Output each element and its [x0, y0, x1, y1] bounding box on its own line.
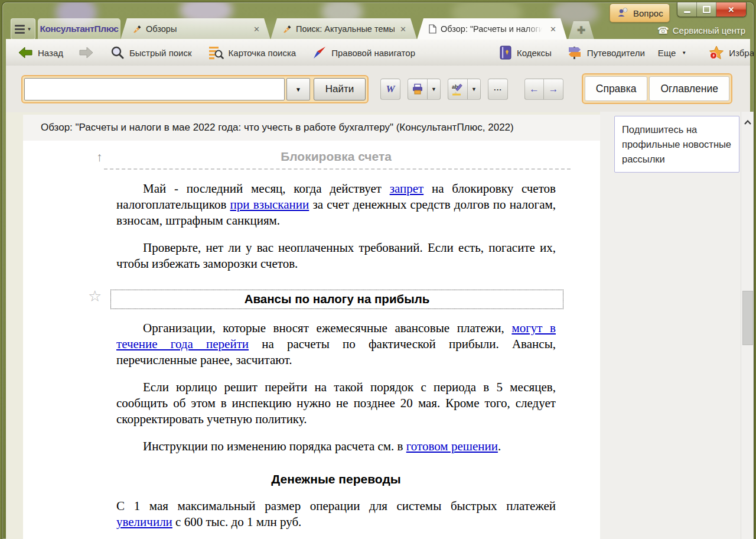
favorites-star-icon [709, 46, 724, 60]
back-label: Назад [38, 48, 63, 58]
favorites-button[interactable]: Избранное ▼ [705, 43, 754, 62]
print-button[interactable] [408, 79, 428, 100]
service-center-label: Сервисный центр [673, 25, 745, 35]
brand-logo[interactable]: КонсультантПлюс [38, 18, 120, 40]
maximize-button[interactable] [697, 2, 716, 17]
person-question-icon [616, 7, 629, 19]
bookmark-star-icon[interactable]: ☆ [88, 288, 102, 304]
subscribe-text: Подпишитесь на профильные новостные расс… [622, 124, 731, 164]
new-tab-button[interactable]: ✚ [568, 21, 594, 40]
inline-link[interactable]: запрет [390, 181, 424, 196]
text-run: . [498, 439, 501, 453]
search-card-label: Карточка поиска [229, 48, 296, 58]
question-button[interactable]: Вопрос [610, 4, 670, 22]
paragraph: Инструкции по изменению порядка расчета … [116, 439, 556, 454]
print-dropdown[interactable]: ▼ [428, 79, 441, 100]
legal-navigator-button[interactable]: Правовой навигатор [309, 43, 419, 62]
inline-link[interactable]: при взыскании [230, 197, 309, 212]
minimize-button[interactable] [677, 2, 697, 17]
main-toolbar: Назад Быстрый поиск [6, 39, 750, 66]
inline-link[interactable]: увеличили [116, 515, 172, 529]
highlighter-button[interactable]: ab [448, 79, 468, 100]
codes-label: Кодексы [517, 48, 552, 58]
subscribe-banner[interactable]: Подпишитесь на профильные новостные расс… [614, 116, 739, 173]
quick-search-button[interactable]: Быстрый поиск [107, 43, 195, 62]
tab-strip: ▼ КонсультантПлюс Обзоры ✕ [11, 18, 594, 40]
forward-button[interactable] [75, 44, 97, 61]
tab-close-icon[interactable]: ✕ [252, 25, 261, 34]
tab-close-icon[interactable]: ✕ [399, 25, 408, 34]
document-tools: W ▼ [380, 79, 563, 100]
signpost-icon [567, 46, 582, 60]
search-card-button[interactable]: Карточка поиска [205, 43, 300, 62]
document-title: Обзор: "Расчеты и налоги в мае 2022 года… [41, 122, 514, 134]
text-run: С 1 мая максимальный размер операции для… [116, 499, 556, 513]
text-run: Май - последний месяц, когда действует [143, 181, 390, 196]
text-run: Организации, которые вносят ежемесячные … [143, 321, 511, 335]
paragraph: Если юрлицо решит перейти на такой поряд… [116, 379, 556, 427]
compass-needle-icon [312, 46, 327, 60]
ellipsis-icon: ... [494, 83, 502, 92]
export-word-button[interactable]: W [380, 79, 400, 100]
scroll-to-top-icon[interactable]: ↑ [96, 149, 103, 165]
guides-label: Путеводители [587, 48, 645, 58]
phone-icon: ☎ [657, 25, 669, 36]
tab-close-icon[interactable]: ✕ [549, 25, 558, 34]
paragraph: С 1 мая максимальный размер операции для… [116, 498, 556, 530]
forward-arrow-icon [79, 46, 94, 59]
scrollbar-up-button[interactable] [741, 116, 754, 128]
section-separator [104, 168, 571, 170]
tab-obzory[interactable]: Обзоры ✕ [120, 18, 271, 40]
highlighter-icon: ab [451, 83, 464, 96]
next-fragment-button[interactable]: → [544, 79, 563, 100]
tab-poisk-aktualnye-temy[interactable]: Поиск: Актуальные темы ✕ [271, 18, 417, 40]
more-tools-button[interactable]: ... [488, 79, 508, 100]
document-icon [429, 24, 436, 34]
chevron-down-icon: ▼ [27, 27, 32, 32]
app-body: Назад Быстрый поиск [6, 39, 750, 539]
tab-obzor-raschety-active[interactable]: Обзор: "Расчеты и налоги в м ✕ [417, 18, 567, 40]
guides-button[interactable]: Путеводители [563, 43, 649, 62]
section-heading-block-account: ↑ Блокировка счета [116, 148, 556, 164]
find-button[interactable]: Найти [314, 78, 366, 100]
paragraph: Организации, которые вносят ежемесячные … [116, 320, 556, 368]
vertical-scrollbar[interactable] [741, 112, 754, 539]
codes-book-icon [499, 46, 512, 60]
printer-icon [412, 83, 423, 95]
codes-button[interactable]: Кодексы [496, 43, 555, 62]
arrow-left-icon: ← [529, 83, 539, 95]
scrollbar-thumb[interactable] [742, 291, 753, 345]
main-menu-button[interactable]: ▼ [11, 18, 35, 40]
highlighter-dropdown[interactable]: ▼ [468, 79, 481, 100]
chevron-down-icon: ▼ [682, 50, 686, 56]
close-button[interactable]: ✕ [716, 2, 746, 17]
magnifier-icon [110, 46, 125, 60]
plus-icon: ✚ [568, 21, 594, 40]
hamburger-icon [15, 25, 25, 34]
app-window: ✕ Вопрос ☎ Сервисный центр ▼ Консультант… [2, 2, 754, 539]
word-icon: W [386, 83, 395, 95]
more-menu-button[interactable]: Еще ▼ [654, 46, 690, 60]
search-group: ▼ Найти [21, 75, 369, 103]
section-heading-advances: Авансы по налогу на прибыль [110, 290, 563, 309]
window-controls: ✕ [677, 2, 747, 17]
tab-label: Обзоры [146, 24, 248, 34]
chevron-down-icon: ▼ [471, 86, 477, 92]
inline-link[interactable]: готовом решении [406, 439, 498, 453]
chevron-up-icon [744, 120, 751, 125]
search-input[interactable] [24, 78, 285, 100]
text-run: Инструкции по изменению порядка расчета … [143, 439, 406, 453]
service-center-link[interactable]: ☎ Сервисный центр [657, 25, 745, 36]
chevron-down-icon: ▼ [295, 86, 301, 93]
arrow-right-icon: → [549, 83, 559, 95]
text-run: с 600 тыс. до 1 млн руб. [172, 515, 302, 529]
prev-fragment-button[interactable]: ← [524, 79, 544, 100]
search-history-dropdown[interactable]: ▼ [286, 78, 310, 100]
chevron-down-icon: ▼ [431, 86, 436, 92]
back-button[interactable]: Назад [14, 44, 67, 61]
paragraph: Проверьте, нет ли у вас неоплаченных тре… [116, 240, 556, 272]
legal-navigator-label: Правовой навигатор [331, 48, 415, 58]
quick-search-label: Быстрый поиск [129, 48, 192, 58]
toc-button[interactable]: Оглавление [649, 76, 729, 101]
help-button[interactable]: Справка [585, 76, 648, 101]
